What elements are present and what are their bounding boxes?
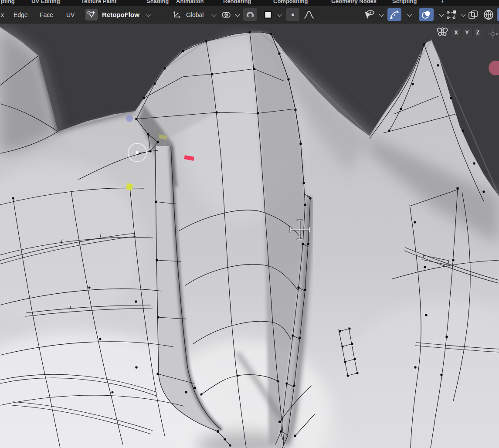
symmetry-z-button[interactable]: Z bbox=[472, 26, 483, 38]
select-mode-edge[interactable]: Edge bbox=[14, 6, 28, 23]
blender-window: pting UV Editing Texture Paint Shading A… bbox=[0, 0, 499, 448]
butterfly-mirror-icon[interactable] bbox=[436, 25, 449, 38]
workspace-tab-geometry-nodes[interactable]: Geometry Nodes bbox=[331, 0, 377, 6]
selectability-visibility-icon[interactable] bbox=[363, 9, 376, 20]
mesh-edit-overlay-icon[interactable] bbox=[445, 9, 458, 20]
chevron-down-icon[interactable] bbox=[407, 12, 412, 17]
chevron-down-icon[interactable] bbox=[439, 12, 444, 17]
falloff-curve-icon[interactable] bbox=[302, 9, 316, 20]
transform-orientation-icon[interactable] bbox=[172, 10, 182, 20]
workspace-tab-animation[interactable]: Animation bbox=[176, 0, 204, 6]
workspace-tab-scripting[interactable]: Scripting bbox=[392, 0, 417, 6]
snap-magnet-icon[interactable] bbox=[243, 8, 257, 21]
workspace-tab-uv-editing[interactable]: UV Editing bbox=[31, 0, 60, 6]
symmetry-y-button[interactable]: Y bbox=[462, 26, 472, 38]
chevron-down-icon[interactable] bbox=[211, 12, 216, 17]
viewport-header: x Edge Face UV RetopoFlow bbox=[0, 6, 499, 24]
proportional-editing-icon[interactable] bbox=[286, 8, 299, 21]
gizmo-icon[interactable] bbox=[387, 8, 401, 21]
blue-stroke-mark bbox=[126, 115, 133, 122]
wireframe-shading-icon[interactable] bbox=[482, 9, 495, 21]
workspace-tab-bar: pting UV Editing Texture Paint Shading A… bbox=[0, 0, 499, 6]
workspace-tab-add[interactable]: + bbox=[441, 0, 445, 6]
pivot-point-icon[interactable] bbox=[221, 10, 232, 20]
retopoflow-icon[interactable] bbox=[85, 9, 98, 20]
viewport-canvas[interactable]: X Y Z bbox=[0, 23, 499, 448]
workspace-tab-rendering[interactable]: Rendering bbox=[223, 0, 251, 6]
workspace-tab-sculpting[interactable]: pting bbox=[1, 0, 15, 6]
chevron-down-icon[interactable] bbox=[277, 12, 282, 17]
viewport-render bbox=[0, 23, 499, 448]
retopoflow-dropdown[interactable]: RetopoFlow bbox=[102, 6, 139, 23]
workspace-tab-shading[interactable]: Shading bbox=[146, 0, 169, 6]
xray-icon[interactable] bbox=[466, 9, 480, 21]
chevron-down-icon[interactable] bbox=[461, 12, 465, 17]
chevron-down-icon[interactable] bbox=[379, 12, 384, 17]
workspace-tab-texture-paint[interactable]: Texture Paint bbox=[81, 0, 116, 6]
overlays-icon[interactable] bbox=[419, 8, 434, 21]
select-mode-face[interactable]: Face bbox=[40, 6, 53, 23]
orientation-dropdown[interactable]: Global bbox=[186, 6, 204, 23]
chevron-down-icon[interactable] bbox=[146, 12, 150, 17]
symmetry-x-button[interactable]: X bbox=[451, 26, 462, 38]
select-mode-vertex-clipped[interactable]: x bbox=[1, 6, 4, 23]
workspace-tab-compositing[interactable]: Compositing bbox=[273, 0, 308, 6]
chevron-down-icon[interactable] bbox=[235, 12, 240, 17]
snap-target-icon[interactable] bbox=[263, 10, 273, 20]
solid-shading-icon[interactable] bbox=[497, 8, 499, 21]
navigation-gizmo-icon[interactable] bbox=[487, 28, 499, 41]
select-mode-uv[interactable]: UV bbox=[66, 6, 75, 23]
